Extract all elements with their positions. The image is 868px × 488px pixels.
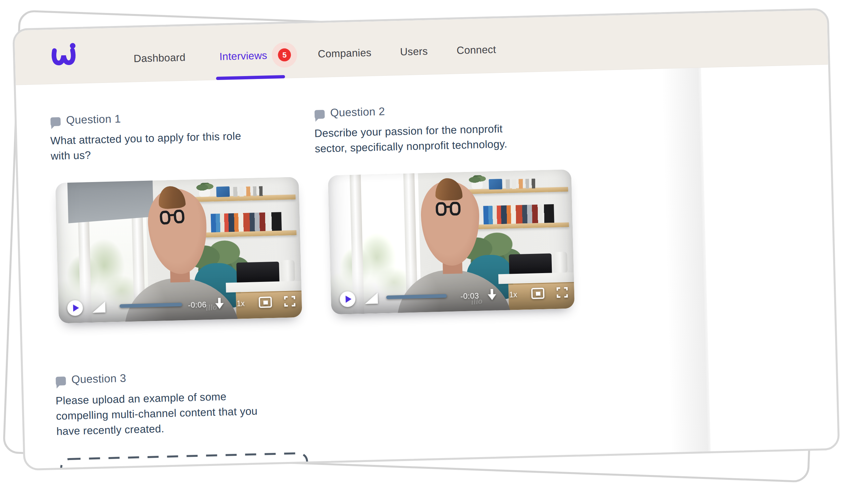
volume-icon[interactable] [92, 301, 105, 313]
person-hair [435, 178, 462, 201]
interviews-count-badge: 5 [278, 48, 291, 61]
willo-logo-icon[interactable] [50, 42, 82, 72]
nav-tab-connect[interactable]: Connect [457, 43, 496, 57]
person-head [146, 186, 210, 276]
question-2-text: Describe your passion for the nonprofit … [314, 119, 562, 156]
person-head [420, 180, 480, 267]
nav-tab-interviews-label: Interviews [219, 50, 268, 63]
glasses-bridge [446, 206, 451, 208]
glasses-lens [436, 202, 446, 216]
download-icon[interactable] [487, 289, 497, 302]
person-hair [157, 185, 186, 209]
play-button[interactable] [340, 291, 355, 307]
question-1-text: What attracted you to apply for this rol… [50, 127, 285, 164]
play-icon [73, 304, 79, 312]
interviews-badge-halo: 5 [271, 42, 297, 68]
time-remaining: -0:03 [460, 291, 479, 301]
pip-inner-square [536, 292, 540, 296]
nav-tab-companies[interactable]: Companies [318, 47, 372, 60]
playback-speed[interactable]: 1x [509, 290, 517, 299]
glasses-bridge [170, 214, 175, 216]
playback-speed[interactable]: 1x [237, 299, 245, 308]
speaker [280, 260, 295, 282]
content-edge-shadow [661, 68, 711, 456]
shelf-bottles [505, 178, 540, 189]
question-3-text: Please upload an example of some compell… [55, 387, 316, 439]
time-remaining: -0:06 [188, 300, 207, 310]
speech-bubble-icon [56, 377, 66, 386]
question-2-heading: Question 2 [330, 105, 385, 119]
fullscreen-icon[interactable] [284, 296, 296, 306]
question-1-heading: Question 1 [66, 112, 121, 127]
volume-icon[interactable] [365, 293, 378, 304]
shelf-bottles [233, 186, 268, 197]
glasses-lens [450, 202, 460, 216]
speech-bubble-icon [51, 117, 61, 126]
nav-tab-dashboard[interactable]: Dashboard [133, 52, 185, 65]
play-icon [345, 296, 352, 303]
nav-tab-users[interactable]: Users [400, 45, 428, 58]
nav-tab-interviews[interactable]: Interviews 5 [219, 42, 297, 69]
answer-video-player-2[interactable]: illo -0:03 1x [328, 169, 575, 315]
progress-bar[interactable] [120, 303, 182, 308]
download-icon[interactable] [214, 298, 224, 311]
question-3-heading: Question 3 [71, 371, 126, 386]
picture-in-picture-icon[interactable] [259, 296, 272, 308]
printer [236, 262, 279, 283]
pip-inner-square [263, 300, 268, 304]
speech-bubble-icon [315, 110, 325, 119]
glasses-lens [159, 210, 170, 225]
play-button[interactable] [67, 300, 83, 316]
picture-in-picture-icon[interactable] [531, 288, 545, 299]
progress-bar[interactable] [386, 294, 447, 299]
upload-dropzone[interactable] [60, 452, 310, 470]
printer [509, 253, 552, 274]
answer-video-player-1[interactable]: illo -0:06 1x [55, 177, 302, 324]
app-window-card: Dashboard Interviews 5 Companies Users C… [12, 8, 840, 470]
speaker [553, 252, 568, 273]
glasses-lens [173, 209, 184, 224]
fullscreen-icon[interactable] [557, 287, 568, 298]
